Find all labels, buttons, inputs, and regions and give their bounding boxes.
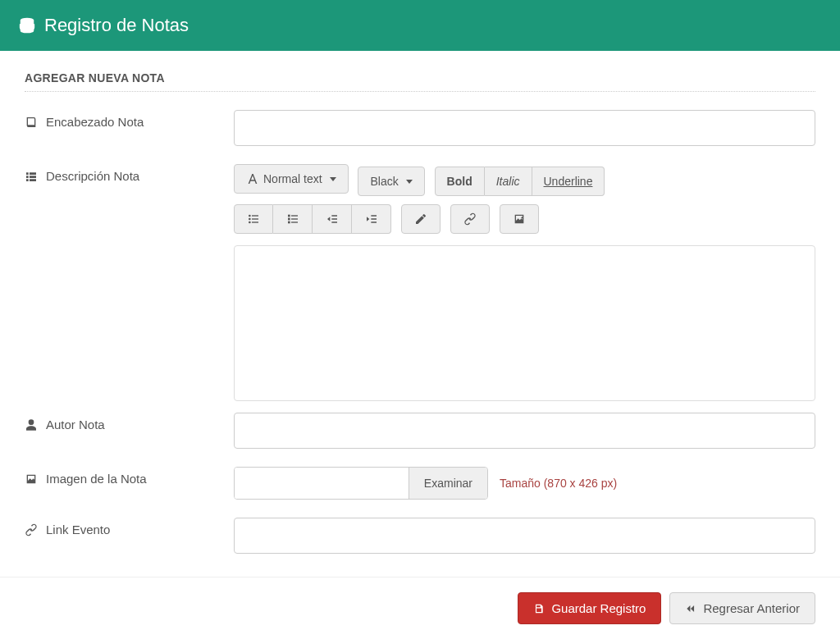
link-input[interactable]: [234, 518, 815, 554]
chevron-down-icon: [330, 177, 336, 181]
row-image: Imagen de la Nota Examinar Tamaño (870 x…: [25, 467, 815, 500]
save-icon: [533, 603, 545, 614]
divider: [25, 91, 815, 92]
row-author: Autor Nota: [25, 413, 815, 449]
link-button[interactable]: [450, 204, 490, 234]
svg-rect-9: [288, 218, 290, 221]
indent-icon: [365, 212, 378, 226]
file-browse-button[interactable]: Examinar: [409, 468, 487, 499]
font-color-dropdown[interactable]: Black: [358, 167, 424, 196]
save-button[interactable]: Guardar Registro: [518, 592, 661, 624]
author-input[interactable]: [234, 413, 815, 449]
chevron-down-icon: [406, 180, 413, 184]
svg-rect-6: [252, 221, 258, 222]
image-size-hint: Tamaño (870 x 426 px): [500, 477, 617, 490]
svg-point-1: [249, 215, 251, 217]
book-icon: [25, 116, 38, 129]
outdent-button[interactable]: [313, 204, 352, 234]
description-label: Descripción Nota: [25, 164, 234, 183]
indent-button[interactable]: [352, 204, 391, 234]
link-icon: [463, 212, 477, 226]
edit-button[interactable]: [401, 204, 441, 234]
image-icon: [513, 212, 526, 226]
page-header: Registro de Notas: [0, 0, 840, 51]
heading-label: Encabezado Nota: [25, 110, 234, 129]
row-description: Descripción Nota Normal text Black: [25, 164, 815, 401]
database-icon: [18, 16, 36, 34]
back-icon: [685, 603, 696, 614]
file-input-text: [235, 468, 409, 499]
svg-point-5: [249, 221, 251, 224]
bold-button[interactable]: Bold: [435, 167, 485, 196]
svg-rect-7: [288, 215, 290, 217]
link-label: Link Evento: [25, 518, 234, 536]
unordered-list-button[interactable]: [234, 204, 273, 234]
page-title: Registro de Notas: [44, 15, 189, 36]
picture-icon: [25, 472, 38, 486]
svg-point-3: [249, 218, 251, 221]
description-editor[interactable]: [234, 245, 815, 401]
outdent-icon: [326, 212, 339, 226]
section-title: AGREGAR NUEVA NOTA: [25, 71, 815, 84]
ordered-list-button[interactable]: [273, 204, 313, 234]
image-button[interactable]: [500, 204, 539, 234]
svg-rect-10: [291, 218, 298, 219]
editor-toolbar: Normal text Black Bold Italic Underli: [234, 164, 815, 234]
italic-button[interactable]: Italic: [485, 167, 532, 196]
svg-rect-11: [288, 221, 290, 224]
ol-icon: [286, 212, 299, 226]
underline-button[interactable]: Underline: [532, 167, 605, 196]
image-label: Imagen de la Nota: [25, 467, 234, 486]
row-link: Link Evento: [25, 518, 815, 554]
svg-rect-8: [291, 215, 298, 216]
ul-icon: [247, 212, 260, 226]
form-container: AGREGAR NUEVA NOTA Encabezado Nota Descr…: [0, 51, 840, 577]
font-icon: [246, 172, 259, 185]
font-style-dropdown[interactable]: Normal text: [234, 164, 349, 194]
row-heading: Encabezado Nota: [25, 110, 815, 146]
chain-icon: [25, 523, 38, 536]
svg-rect-4: [252, 218, 258, 219]
file-input[interactable]: Examinar: [234, 467, 488, 500]
pencil-icon: [414, 212, 427, 226]
user-icon: [25, 418, 38, 431]
svg-rect-12: [291, 221, 298, 222]
list-icon: [25, 170, 38, 183]
form-footer: Guardar Registro Regresar Anterior: [0, 577, 840, 630]
svg-rect-2: [252, 215, 258, 216]
author-label: Autor Nota: [25, 413, 234, 431]
heading-input[interactable]: [234, 110, 815, 146]
back-button[interactable]: Regresar Anterior: [669, 592, 815, 624]
